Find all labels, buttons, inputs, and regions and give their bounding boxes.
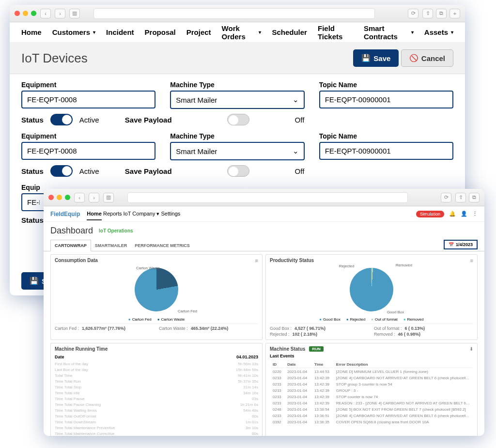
nav-scheduler[interactable]: Scheduler <box>272 28 307 36</box>
back-button[interactable]: ‹ <box>74 193 85 202</box>
save-payload-toggle[interactable] <box>227 165 249 177</box>
mrt-date-value: 04.01.2023 <box>236 355 258 359</box>
save-payload-value: Off <box>295 116 305 124</box>
topic-name-input[interactable] <box>319 142 453 160</box>
share-icon[interactable]: ⇪ <box>455 193 466 202</box>
topic-name-label: Topic Name <box>319 81 453 89</box>
save-button[interactable]: 💾 Save <box>353 49 399 67</box>
close-dot[interactable] <box>15 11 20 16</box>
maximize-dot[interactable] <box>65 195 70 200</box>
mrt-row: Time Total Idle34m 16s <box>55 390 258 396</box>
sidebar-toggle-icon[interactable]: ▥ <box>69 9 80 18</box>
save-icon: 💾 <box>361 54 371 62</box>
status-label: Status <box>21 216 44 224</box>
nav-smart-contracts[interactable]: Smart Contracts <box>364 24 414 41</box>
mrt-row: Time Total Stop31m 14s <box>55 385 258 390</box>
nav-customers[interactable]: Customers <box>52 28 95 36</box>
tab-smartmailer[interactable]: SMARTMAILER <box>91 240 131 251</box>
machine-type-label: Machine Type <box>170 81 304 89</box>
dashboard-subtitle: IoT Operations <box>99 228 133 233</box>
equipment-input[interactable] <box>21 193 46 211</box>
mrt-card: Machine Running Time Date 04.01.2023 Fir… <box>50 343 263 436</box>
consumption-pie-chart <box>135 268 178 311</box>
minimize-dot[interactable] <box>23 11 28 16</box>
browser-chrome: ‹ › ▥ ⟳ ⇪ ⧉ + <box>10 5 465 22</box>
back-button[interactable]: ‹ <box>40 9 51 18</box>
nav-field-tickets[interactable]: Field Tickets <box>318 24 353 41</box>
machine-type-select[interactable]: Smart Mailer⌄ <box>170 142 304 160</box>
share-icon[interactable]: ⇪ <box>422 9 433 18</box>
menu-icon[interactable]: ⋮ <box>472 211 478 217</box>
date-picker[interactable]: 📅 1/4/2023 <box>444 240 478 249</box>
browser-chrome: ‹ › ▥ ⟳ ⇪ ⧉ <box>44 189 484 206</box>
sidebar-toggle-icon[interactable]: ▥ <box>103 193 114 202</box>
mrt-row: Time Total Maintenance Corrective00s <box>55 431 258 436</box>
main-nav: HomeCustomersIncidentProposalProjectWork… <box>10 22 465 43</box>
topic-name-label: Topic Name <box>319 132 453 140</box>
pie-label-waste: Carton Waste <box>136 266 160 270</box>
url-bar[interactable] <box>127 192 408 203</box>
save-payload-toggle[interactable] <box>227 114 249 125</box>
copy-icon[interactable]: ⧉ <box>469 193 480 202</box>
nav-company[interactable]: Company ▾ <box>132 211 159 216</box>
dashboard-tabs: CARTONWRAPSMARTMAILERPERFORMANCE METRICS… <box>44 240 484 251</box>
col-id: ID <box>271 361 284 368</box>
machine-type-label: Machine Type <box>170 132 304 140</box>
productivity-card: Productivity Status ≡ Rejected Removed G… <box>265 254 478 340</box>
pie-label-fed: Carton Fed <box>178 309 197 313</box>
maximize-dot[interactable] <box>31 11 36 16</box>
app-nav: FieldEquip Home Reports IoT Company ▾ Se… <box>44 206 484 222</box>
equipment-input[interactable] <box>21 91 155 108</box>
tab-performance-metrics[interactable]: PERFORMANCE METRICS <box>131 240 194 251</box>
consumption-card: Consumption Data ≡ Carton Waste Carton F… <box>50 254 263 340</box>
status-toggle[interactable] <box>50 165 73 177</box>
run-badge: RUN <box>309 346 323 352</box>
equipment-label: Equipment <box>21 81 155 89</box>
forward-button[interactable]: › <box>55 9 65 18</box>
mrt-row: Total Time9h 41m 10s <box>55 373 258 379</box>
card-title: Machine Running Time <box>55 346 258 352</box>
nav-home[interactable]: Home <box>87 211 102 220</box>
new-tab-icon[interactable]: + <box>450 9 460 18</box>
event-row: 02332023-01-0413:36:51[ZONE 4] CARBOARD … <box>271 413 472 418</box>
equipment-label: Equipment <box>21 132 155 140</box>
close-dot[interactable] <box>48 195 54 200</box>
nav-incident[interactable]: Incident <box>106 28 134 36</box>
nav-assets[interactable]: Assets <box>424 28 453 36</box>
refresh-icon[interactable]: ⟳ <box>441 193 451 202</box>
mrt-row: Time Total Pause Cleaning1h 21m 6s <box>55 402 258 408</box>
col-error-description: Error Description <box>334 361 472 368</box>
minimize-dot[interactable] <box>57 195 62 200</box>
nav-work-orders[interactable]: Work Orders <box>222 24 262 41</box>
nav-iot[interactable]: IoT <box>124 211 131 216</box>
nav-project[interactable]: Project <box>186 28 211 36</box>
card-title: Consumption Data <box>55 258 258 263</box>
simulation-badge: Simulation <box>416 211 444 217</box>
event-row: 02332023-01-0413:42:39GROUP : 3 - <box>271 388 472 393</box>
dashboard-header: Dashboard IoT Operations <box>44 222 484 240</box>
nav-proposal[interactable]: Proposal <box>145 28 176 36</box>
status-toggle[interactable] <box>50 114 73 125</box>
event-row: 03922023-01-0413:36:35COVER OPEN SQ66.8 … <box>271 419 472 425</box>
save-payload-label: Save Payload <box>125 116 172 124</box>
topic-name-input[interactable] <box>319 91 453 108</box>
bell-icon[interactable]: 🔔 <box>449 211 456 217</box>
copy-icon[interactable]: ⧉ <box>436 9 447 18</box>
url-bar[interactable] <box>93 8 375 19</box>
mrt-row: Last Box of the day15h 44m 59s <box>55 367 258 373</box>
user-icon[interactable]: 👤 <box>461 211 467 217</box>
cancel-button[interactable]: 🚫 Cancel <box>401 49 453 67</box>
download-icon[interactable]: ⬇ <box>469 346 473 352</box>
nav-home[interactable]: Home <box>21 28 42 36</box>
refresh-icon[interactable]: ⟳ <box>408 9 418 18</box>
save-payload-label: Save Payload <box>125 167 172 175</box>
nav-reports[interactable]: Reports <box>103 211 122 216</box>
machine-type-select[interactable]: Smart Mailer⌄ <box>170 91 304 109</box>
forward-button[interactable]: › <box>89 193 99 202</box>
tab-cartonwrap[interactable]: CARTONWRAP <box>50 240 91 251</box>
equipment-input[interactable] <box>21 142 155 160</box>
cancel-icon: 🚫 <box>409 54 418 62</box>
nav-settings[interactable]: Settings <box>161 211 181 216</box>
pie-label-rejected: Rejected <box>339 264 355 268</box>
legend-item: Good Box <box>319 317 340 322</box>
